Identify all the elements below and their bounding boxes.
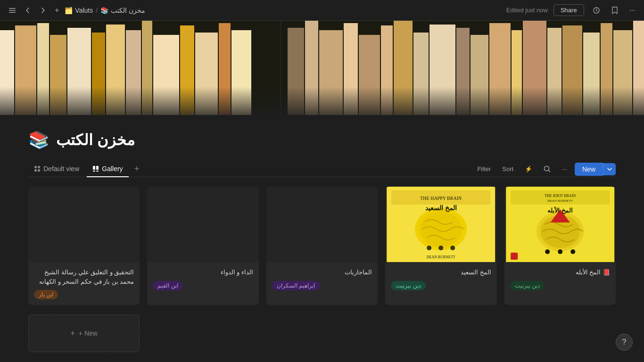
svg-text:DEAN BURNETT: DEAN BURNETT bbox=[547, 199, 573, 203]
new-card-button[interactable]: + + New bbox=[28, 314, 140, 352]
svg-rect-46 bbox=[96, 166, 99, 170]
search-button[interactable] bbox=[540, 163, 554, 175]
sort-button[interactable]: Sort bbox=[498, 163, 517, 175]
gallery-card-2[interactable]: الداء و الدواء ابن القيم bbox=[147, 187, 258, 305]
card-2-tag: ابن القيم bbox=[153, 281, 182, 290]
toolbar: Default view Gallery + Filter Sort bbox=[28, 161, 616, 177]
hero-banner bbox=[0, 21, 644, 115]
bookmark-icon[interactable] bbox=[609, 5, 621, 16]
new-button-group: New bbox=[575, 163, 616, 176]
card-2-image bbox=[147, 187, 258, 262]
card-5-body: 📕 المخ الأبله دين بيرنيت bbox=[504, 262, 616, 296]
card-4-image: THE HAPPY BRAIN DEAN BURNETT المخ الس bbox=[385, 187, 496, 262]
card-5-tag: دين بيرنيت bbox=[510, 281, 545, 290]
card-2-title: الداء و الدواء bbox=[153, 268, 253, 277]
toolbar-actions: Filter Sort ⚡ ··· New bbox=[473, 163, 616, 176]
valuts-emoji: 🗂️ bbox=[65, 7, 73, 14]
card-1-image bbox=[28, 187, 140, 262]
new-main-button[interactable]: New bbox=[575, 163, 603, 176]
svg-rect-1 bbox=[9, 10, 16, 11]
grid-icon bbox=[34, 165, 41, 172]
svg-text:المخ السعيد: المخ السعيد bbox=[425, 204, 457, 212]
gallery-card-4[interactable]: THE HAPPY BRAIN DEAN BURNETT المخ الس bbox=[385, 187, 496, 305]
svg-point-56 bbox=[427, 246, 431, 250]
svg-point-69 bbox=[545, 249, 550, 254]
add-view-button[interactable]: + bbox=[131, 161, 143, 177]
topbar-right: Edited just now Share ··· bbox=[506, 4, 638, 16]
makhzan-label: مخزن الكتب bbox=[111, 7, 145, 14]
new-card-label: + New bbox=[79, 329, 98, 337]
page-title-row: 📚 مخزن الكتب bbox=[28, 130, 616, 150]
svg-point-49 bbox=[545, 166, 549, 171]
card-1-tag: ابن باز bbox=[34, 290, 58, 299]
tab-default-view[interactable]: Default view bbox=[28, 161, 85, 177]
breadcrumb-separator: / bbox=[96, 7, 98, 14]
valuts-label: Valuts bbox=[75, 7, 93, 14]
svg-point-57 bbox=[438, 246, 443, 250]
help-label: ? bbox=[622, 338, 627, 346]
gallery-card-5[interactable]: THE IDIOT BRAIN DEAN BURNETT bbox=[504, 187, 616, 305]
filter-label: Filter bbox=[477, 165, 491, 173]
svg-rect-44 bbox=[38, 169, 40, 172]
lightning-button[interactable]: ⚡ bbox=[521, 163, 536, 175]
menu-button[interactable] bbox=[6, 5, 19, 16]
search-icon bbox=[544, 165, 551, 173]
svg-point-70 bbox=[558, 249, 562, 254]
more-toolbar-button[interactable]: ··· bbox=[558, 163, 571, 175]
nav-add-button[interactable]: + bbox=[52, 4, 62, 16]
gallery-icon bbox=[92, 165, 99, 172]
card-5-image: THE IDIOT BRAIN DEAN BURNETT bbox=[504, 187, 616, 262]
filter-button[interactable]: Filter bbox=[473, 163, 495, 175]
edited-status: Edited just now bbox=[506, 7, 548, 14]
breadcrumb-makhzan[interactable]: 📚 مخزن الكتب bbox=[100, 7, 145, 14]
share-button[interactable]: Share bbox=[553, 4, 584, 16]
card-3-tag: ابراهيم السكران bbox=[272, 281, 320, 290]
topbar-left: + 🗂️ Valuts / 📚 مخزن الكتب bbox=[6, 4, 145, 16]
gallery-card-1[interactable]: التحقيق و التعليق علي رسالة الشيخ محمد ب… bbox=[28, 187, 140, 305]
svg-rect-40 bbox=[0, 87, 644, 115]
svg-rect-47 bbox=[93, 171, 95, 172]
card-3-image bbox=[266, 187, 378, 262]
svg-line-50 bbox=[549, 171, 551, 173]
new-dropdown-button[interactable] bbox=[603, 163, 616, 175]
svg-point-55 bbox=[420, 211, 462, 247]
svg-rect-45 bbox=[93, 166, 95, 170]
card-2-body: الداء و الدواء ابن القيم bbox=[147, 262, 258, 296]
page-emoji: 📚 bbox=[28, 130, 50, 150]
svg-rect-41 bbox=[34, 166, 37, 168]
topbar: + 🗂️ Valuts / 📚 مخزن الكتب Edited just n… bbox=[0, 0, 644, 21]
gallery-card-3[interactable]: الماجاريات ابراهيم السكران bbox=[266, 187, 378, 305]
svg-point-58 bbox=[450, 246, 455, 250]
svg-rect-48 bbox=[96, 171, 99, 172]
new-card-icon: + bbox=[70, 329, 74, 337]
svg-text:THE IDIOT BRAIN: THE IDIOT BRAIN bbox=[545, 194, 576, 198]
tab-gallery-label: Gallery bbox=[102, 165, 123, 173]
nav-forward-button[interactable] bbox=[37, 5, 49, 16]
lightning-icon: ⚡ bbox=[525, 165, 532, 173]
gallery-grid: التحقيق و التعليق علي رسالة الشيخ محمد ب… bbox=[28, 187, 616, 305]
makhzan-emoji: 📚 bbox=[100, 7, 108, 14]
svg-text:THE HAPPY BRAIN: THE HAPPY BRAIN bbox=[420, 196, 462, 201]
svg-text:DEAN BURNETT: DEAN BURNETT bbox=[427, 255, 455, 259]
card-1-title: التحقيق و التعليق علي رسالة الشيخ محمد ب… bbox=[34, 268, 134, 286]
card-1-body: التحقيق و التعليق علي رسالة الشيخ محمد ب… bbox=[28, 262, 140, 305]
history-icon[interactable] bbox=[590, 5, 603, 16]
page-title: مخزن الكتب bbox=[56, 131, 135, 149]
svg-rect-0 bbox=[9, 8, 16, 9]
tab-gallery-view[interactable]: Gallery bbox=[87, 161, 128, 177]
card-4-title: المخ السعيد bbox=[391, 268, 491, 277]
breadcrumb: 🗂️ Valuts / 📚 مخزن الكتب bbox=[65, 7, 145, 14]
svg-rect-42 bbox=[38, 166, 40, 168]
sort-label: Sort bbox=[502, 165, 513, 173]
help-button[interactable]: ? bbox=[616, 334, 633, 351]
breadcrumb-valuts[interactable]: 🗂️ Valuts bbox=[65, 7, 93, 14]
svg-rect-43 bbox=[34, 169, 37, 172]
card-4-tag: دين بيرنيت bbox=[391, 281, 425, 290]
card-3-body: الماجاريات ابراهيم السكران bbox=[266, 262, 378, 296]
more-options-icon[interactable]: ··· bbox=[627, 4, 638, 16]
card-3-title: الماجاريات bbox=[272, 268, 372, 277]
svg-point-71 bbox=[570, 249, 575, 254]
svg-rect-2 bbox=[9, 12, 16, 13]
chevron-down-icon bbox=[607, 168, 612, 171]
nav-back-button[interactable] bbox=[22, 5, 34, 16]
